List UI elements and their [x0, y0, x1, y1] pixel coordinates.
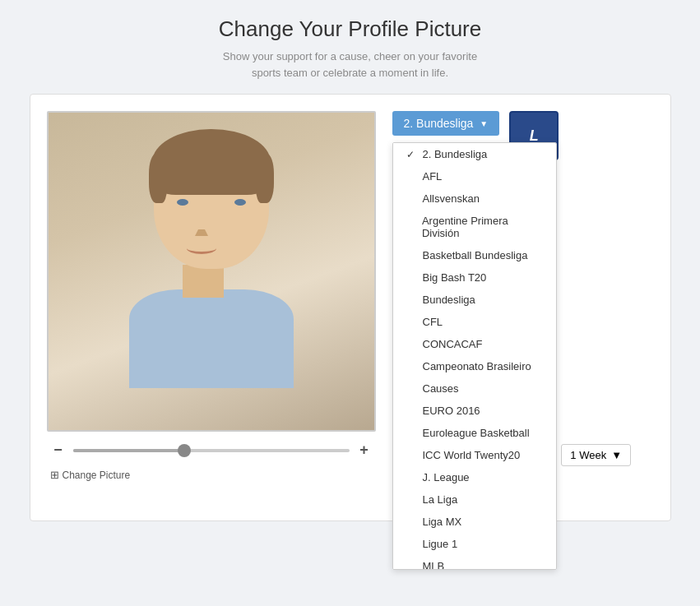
dropdown-item[interactable]: Causes: [393, 377, 556, 400]
dropdown-item[interactable]: Bundesliga: [393, 289, 556, 311]
category-dropdown-button[interactable]: 2. Bundesliga ▼: [392, 111, 500, 136]
slider-thumb[interactable]: [178, 444, 191, 457]
dropdown-item[interactable]: J. League: [393, 466, 556, 488]
dropdown-item-label: J. League: [423, 471, 470, 483]
dropdown-item-label: AFL: [423, 170, 443, 183]
dropdown-item[interactable]: CFL: [393, 311, 556, 333]
dropdown-item-label: Big Bash T20: [423, 271, 487, 284]
duration-chevron-icon: ▼: [611, 449, 622, 461]
page-header: Change Your Profile Picture Show your su…: [211, 16, 490, 81]
dropdown-item[interactable]: Big Bash T20: [393, 266, 556, 289]
left-panel: − + Change Picture: [47, 111, 376, 504]
slider-plus-button[interactable]: +: [356, 442, 373, 459]
dropdown-item[interactable]: La Liga: [393, 488, 556, 511]
dropdown-item[interactable]: Argentine Primera División: [393, 210, 556, 244]
dropdown-item-label: Argentine Primera División: [422, 215, 543, 239]
right-panel: 2. Bundesliga ▼ ✓2. BundesligaAFLAllsven…: [392, 111, 654, 504]
dropdown-item[interactable]: Liga MX: [393, 511, 556, 533]
dropdown-item-label: Ligue 1: [423, 538, 458, 550]
right-content: 2. Bundesliga ▼ ✓2. BundesligaAFLAllsven…: [392, 111, 654, 504]
person-illustration: [146, 137, 277, 302]
slider-track[interactable]: [73, 449, 350, 452]
dropdown-item-label: CFL: [423, 316, 443, 328]
page-subtitle: Show your support for a cause, cheer on …: [211, 49, 490, 81]
duration-dropdown[interactable]: 1 Week ▼: [561, 444, 631, 466]
change-picture-link[interactable]: Change Picture: [50, 469, 131, 481]
dropdown-item-label: Bundesliga: [423, 294, 475, 306]
top-row: 2. Bundesliga ▼ ✓2. BundesligaAFLAllsven…: [392, 111, 654, 160]
checkmark-icon: ✓: [406, 149, 416, 160]
dropdown-item-label: ICC World Twenty20: [423, 449, 521, 461]
dropdown-item[interactable]: ICC World Twenty20: [393, 444, 556, 466]
dropdown-item[interactable]: Basketball Bundesliga: [393, 244, 556, 266]
dropdown-item[interactable]: MLB: [393, 555, 556, 570]
dropdown-item-label: Euroleague Basketball: [423, 427, 530, 439]
slider-fill: [73, 449, 183, 452]
dropdown-item-label: EURO 2016: [423, 405, 480, 417]
dropdown-item[interactable]: AFL: [393, 165, 556, 187]
duration-value: 1 Week: [570, 449, 606, 461]
slider-minus-button[interactable]: −: [50, 442, 67, 459]
dropdown-item[interactable]: CONCACAF: [393, 333, 556, 355]
chevron-down-icon: ▼: [480, 119, 488, 128]
photo-frame: [47, 111, 376, 432]
dropdown-item-label: Campeonato Brasileiro: [423, 360, 531, 372]
profile-photo: [49, 113, 374, 430]
dropdown-item[interactable]: Campeonato Brasileiro: [393, 355, 556, 377]
dropdown-item-label: Causes: [423, 382, 459, 395]
dropdown-item-label: MLB: [423, 560, 445, 570]
dropdown-item-label: Allsvenskan: [423, 192, 480, 205]
dropdown-item-label: Basketball Bundesliga: [423, 249, 528, 261]
zoom-slider-container[interactable]: − +: [47, 442, 376, 459]
dropdown-selected-label: 2. Bundesliga: [404, 117, 474, 130]
page-title: Change Your Profile Picture: [211, 16, 490, 42]
dropdown-item-label: Liga MX: [423, 516, 462, 528]
change-picture-label: Change Picture: [63, 470, 131, 481]
dropdown-item[interactable]: EURO 2016: [393, 400, 556, 422]
dropdown-item[interactable]: Ligue 1: [393, 533, 556, 555]
main-card: − + Change Picture 2. Bundesliga ▼ ✓2. B…: [30, 94, 671, 521]
dropdown-item[interactable]: Allsvenskan: [393, 187, 556, 210]
dropdown-item-label: 2. Bundesliga: [423, 148, 488, 160]
dropdown-item[interactable]: ✓2. Bundesliga: [393, 143, 556, 165]
dropdown-item[interactable]: Euroleague Basketball: [393, 422, 556, 444]
dropdown-menu: ✓2. BundesligaAFLAllsvenskanArgentine Pr…: [392, 142, 557, 570]
dropdown-item-label: CONCACAF: [423, 338, 483, 350]
dropdown-container: 2. Bundesliga ▼ ✓2. BundesligaAFLAllsven…: [392, 111, 500, 136]
dropdown-item-label: La Liga: [423, 493, 458, 506]
